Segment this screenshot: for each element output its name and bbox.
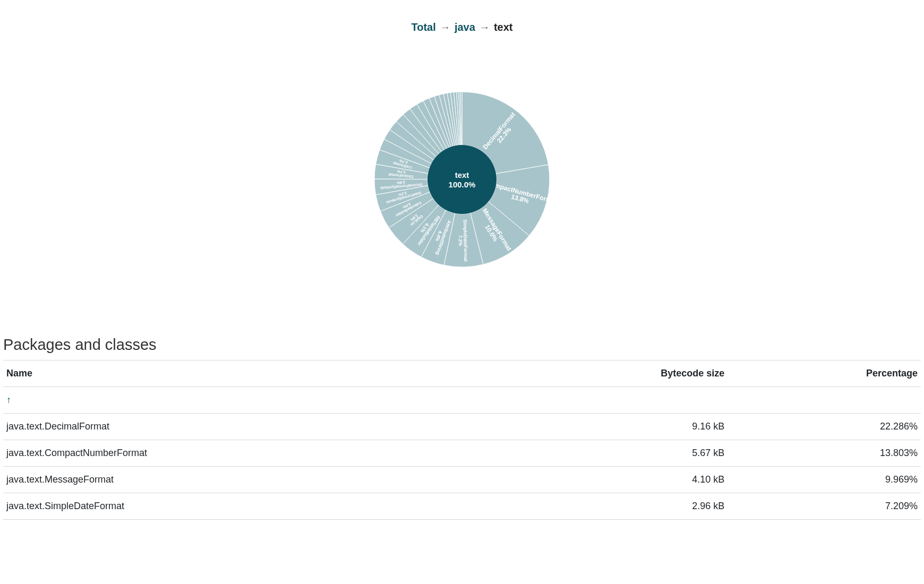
col-name[interactable]: Name bbox=[3, 360, 494, 387]
up-icon[interactable]: ↑ bbox=[6, 394, 11, 405]
cell-size: 2.96 kB bbox=[494, 493, 728, 520]
cell-pct: 7.209% bbox=[728, 493, 921, 520]
breadcrumb-sep-icon: → bbox=[479, 21, 490, 33]
breadcrumb-sep-icon: → bbox=[440, 21, 450, 33]
breadcrumb: Total → java → text bbox=[0, 0, 924, 33]
cell-name: java.text.MessageFormat bbox=[3, 467, 494, 493]
table-row-up: ↑ bbox=[3, 387, 921, 414]
cell-pct: 9.969% bbox=[728, 467, 921, 493]
breadcrumb-link-total[interactable]: Total bbox=[411, 21, 435, 33]
sunburst-chart: DecimalFormat22.3%CompactNumberFormat13.… bbox=[0, 33, 924, 325]
cell-pct: 13.803% bbox=[728, 440, 921, 467]
cell-size: 9.16 kB bbox=[494, 414, 728, 440]
table-row[interactable]: java.text.DecimalFormat9.16 kB22.286% bbox=[3, 414, 921, 440]
section-heading: Packages and classes bbox=[3, 336, 921, 354]
cell-size: 4.10 kB bbox=[494, 467, 728, 493]
cell-name: java.text.CompactNumberFormat bbox=[3, 440, 494, 467]
table-row[interactable]: java.text.MessageFormat4.10 kB9.969% bbox=[3, 467, 921, 493]
sunburst-svg: DecimalFormat22.3%CompactNumberFormat13.… bbox=[345, 63, 579, 296]
cell-size: 5.67 kB bbox=[494, 440, 728, 467]
breadcrumb-current: text bbox=[494, 21, 513, 33]
table-row[interactable]: java.text.CompactNumberFormat5.67 kB13.8… bbox=[3, 440, 921, 467]
breadcrumb-link-java[interactable]: java bbox=[455, 21, 475, 33]
packages-table: Name Bytecode size Percentage ↑ java.tex… bbox=[3, 360, 921, 520]
cell-pct: 22.286% bbox=[728, 414, 921, 440]
col-size[interactable]: Bytecode size bbox=[494, 360, 728, 387]
table-row[interactable]: java.text.SimpleDateFormat2.96 kB7.209% bbox=[3, 493, 921, 520]
cell-name: java.text.DecimalFormat bbox=[3, 414, 494, 440]
col-pct[interactable]: Percentage bbox=[728, 360, 921, 387]
chart-center[interactable] bbox=[427, 145, 497, 214]
cell-name: java.text.SimpleDateFormat bbox=[3, 493, 494, 520]
